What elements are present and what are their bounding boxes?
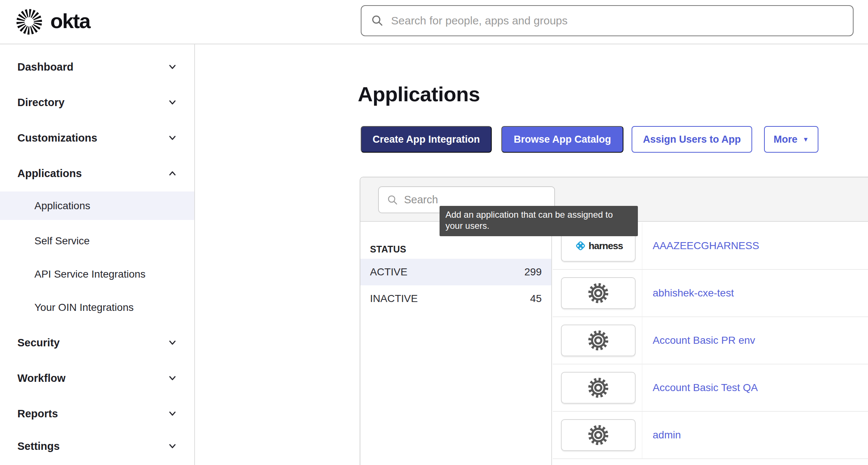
chevron-down-icon: [167, 441, 178, 452]
sidebar-item-customizations[interactable]: Customizations: [0, 128, 194, 148]
sidebar-item-workflow[interactable]: Workflow: [0, 368, 194, 388]
app-logo-tile: [561, 277, 636, 309]
app-logo-tile: [561, 419, 636, 451]
more-button[interactable]: More ▼: [764, 126, 818, 153]
assign-users-to-app-button[interactable]: Assign Users to App: [632, 126, 752, 153]
app-row: admin: [553, 412, 868, 459]
gear-icon: [588, 378, 608, 398]
chevron-down-icon: [167, 97, 178, 108]
status-filter-column: STATUS ACTIVE 299 INACTIVE 45: [360, 223, 552, 465]
app-link[interactable]: Account Basic Test QA: [653, 382, 758, 394]
app-logo-tile: [561, 372, 636, 404]
global-search-input[interactable]: [391, 14, 853, 27]
app-list: harness AAAZEECGHARNESS: [553, 223, 868, 459]
app-logo-tile: [561, 325, 636, 356]
sidebar-nav: Dashboard Directory Customizations Appli…: [0, 44, 195, 465]
sidebar-item-settings[interactable]: Settings: [0, 436, 194, 456]
sidebar-item-dashboard[interactable]: Dashboard: [0, 57, 194, 77]
page-title: Applications: [358, 82, 480, 106]
browse-app-catalog-button[interactable]: Browse App Catalog: [501, 126, 623, 153]
harness-logo-icon: [574, 239, 587, 252]
app-row: Account Basic Test QA: [553, 364, 868, 412]
search-icon: [371, 14, 384, 27]
app-link[interactable]: Account Basic PR env: [653, 335, 755, 346]
sidebar-subitem-self-service[interactable]: Self Service: [0, 231, 194, 251]
sidebar-item-directory[interactable]: Directory: [0, 92, 194, 113]
sidebar-subitem-applications[interactable]: Applications: [0, 191, 194, 220]
chevron-down-icon: [167, 373, 178, 384]
app-row: abhishek-cxe-test: [553, 270, 868, 317]
top-bar: okta: [0, 0, 868, 44]
inactive-count: 45: [530, 293, 542, 305]
filter-active[interactable]: ACTIVE 299: [360, 259, 551, 285]
chevron-up-icon: [167, 168, 178, 179]
status-column-header: STATUS: [360, 240, 551, 259]
create-app-integration-button[interactable]: Create App Integration: [361, 126, 492, 153]
app-link[interactable]: abhishek-cxe-test: [653, 287, 734, 299]
filter-inactive[interactable]: INACTIVE 45: [360, 285, 551, 312]
gear-icon: [588, 283, 608, 303]
okta-wordmark: okta: [50, 9, 90, 35]
gear-icon: [588, 330, 608, 350]
app-link[interactable]: admin: [653, 429, 681, 441]
sidebar-item-applications[interactable]: Applications: [0, 163, 194, 184]
okta-logo[interactable]: okta: [16, 0, 90, 44]
sidebar-item-security[interactable]: Security: [0, 332, 194, 353]
chevron-down-icon: [167, 61, 178, 72]
sidebar-subitem-your-oin-integrations[interactable]: Your OIN Integrations: [0, 297, 194, 318]
chevron-down-icon: [167, 408, 178, 419]
sidebar-subitem-api-service-integrations[interactable]: API Service Integrations: [0, 264, 194, 285]
app-list-search-input[interactable]: [404, 194, 554, 206]
search-icon: [387, 194, 398, 206]
chevron-down-icon: [167, 337, 178, 348]
okta-admin-console: okta Dashboard Directory Customizations: [0, 0, 868, 465]
app-link[interactable]: AAAZEECGHARNESS: [653, 240, 759, 252]
okta-sunburst-icon: [16, 9, 42, 35]
dropdown-caret-icon: ▼: [803, 136, 809, 143]
tooltip: Add an application that can be assigned …: [440, 206, 638, 236]
app-row: Account Basic PR env: [553, 317, 868, 364]
chevron-down-icon: [167, 132, 178, 143]
harness-wordmark: harness: [589, 240, 623, 252]
active-count: 299: [524, 266, 542, 278]
sidebar-item-reports[interactable]: Reports: [0, 403, 194, 424]
global-search[interactable]: [361, 5, 854, 36]
gear-icon: [588, 425, 608, 445]
